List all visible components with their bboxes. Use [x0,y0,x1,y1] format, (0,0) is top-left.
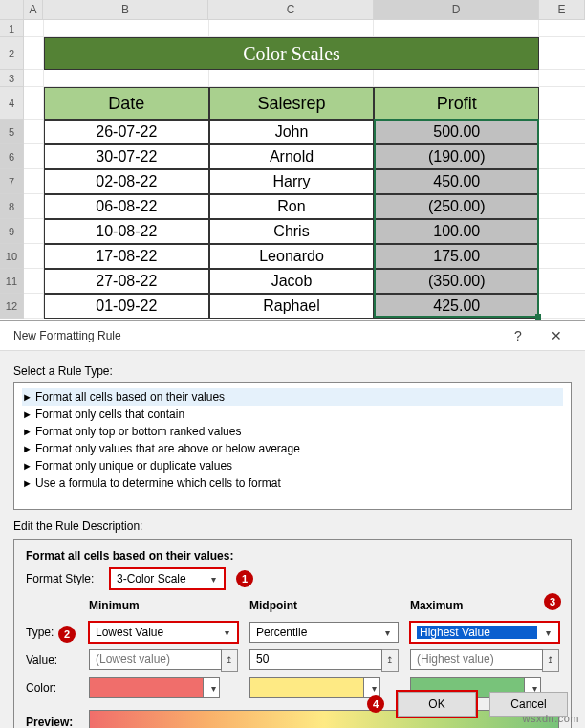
row-2: 2 Color Scales [0,37,585,70]
select-rule-type-label: Select a Rule Type: [13,364,572,378]
cell-date[interactable]: 26-07-22 [44,120,209,144]
cell-date[interactable]: 02-08-22 [44,169,209,194]
cell-rep[interactable]: Arnold [209,144,375,169]
row-10: 10 17-08-22 Leonardo 175.00 [0,244,585,269]
cell-profit[interactable]: (350.00) [374,269,539,294]
cell-profit[interactable]: (250.00) [374,194,539,219]
annotation-2: 2 [58,626,76,643]
cell-profit[interactable]: 500.00 [374,120,539,144]
cell-profit[interactable]: (190.00) [374,144,539,169]
col-header-E[interactable]: E [539,0,585,19]
cell-rep[interactable]: John [209,120,375,144]
range-picker-icon[interactable]: ↥ [542,649,559,672]
row-4: 4 Date Salesrep Profit [0,87,585,120]
row-5: 5 26-07-22 John 500.00 [0,120,585,144]
midpoint-header: Midpoint [249,599,399,612]
max-type-combo[interactable]: Highest Value▾ [410,622,559,643]
annotation-1: 1 [236,570,253,587]
cell-rep[interactable]: Chris [209,219,375,244]
dialog-body: Select a Rule Type: ►Format all cells ba… [0,351,585,728]
cell-profit[interactable]: 175.00 [374,244,539,269]
preview-label: Preview: [26,716,89,728]
row-header-4[interactable]: 4 [0,87,24,120]
cell-rep[interactable]: Ron [209,194,375,219]
min-color-swatch[interactable] [89,677,204,698]
row-9: 9 10-08-22 Chris 100.00 [0,219,585,244]
cell-profit[interactable]: 425.00 [374,294,539,319]
row-header-5[interactable]: 5 [0,120,24,144]
chevron-down-icon: ▾ [380,628,394,638]
format-style-combo[interactable]: 3-Color Scale ▾ [110,568,225,589]
rule-type-item[interactable]: ►Format only cells that contain [22,406,563,423]
min-color-combo[interactable]: ▾ [203,677,220,698]
cell-date[interactable]: 27-08-22 [44,269,209,294]
cell-date[interactable]: 10-08-22 [44,219,209,244]
range-picker-icon[interactable]: ↥ [381,649,399,672]
mid-value-input[interactable]: 50 [249,649,382,670]
row-7: 7 02-08-22 Harry 450.00 [0,169,585,194]
column-header-row: A B C D E [0,0,585,20]
rule-type-item[interactable]: ►Format all cells based on their values [22,388,563,406]
cell-rep[interactable]: Harry [209,169,375,194]
row-header-3[interactable]: 3 [0,70,24,87]
rule-type-item[interactable]: ►Use a formula to determine which cells … [22,474,563,492]
rule-type-list[interactable]: ►Format all cells based on their values … [13,382,572,510]
range-picker-icon[interactable]: ↥ [221,649,238,672]
mid-color-swatch[interactable] [249,677,364,698]
ok-button[interactable]: OK [398,692,476,717]
color-label: Color: [26,681,79,695]
row-header-9[interactable]: 9 [0,219,24,244]
row-1: 1 [0,20,585,37]
value-label: Value: [26,653,79,667]
row-11: 11 27-08-22 Jacob (350.00) [0,269,585,294]
annotation-4: 4 [367,695,384,713]
chevron-down-icon: ▾ [541,628,554,638]
format-style-label: Format Style: [26,572,102,585]
header-date[interactable]: Date [44,87,209,120]
min-type-combo[interactable]: Lowest Value▾ [89,622,238,643]
cell-date[interactable]: 01-09-22 [44,294,209,319]
header-rep[interactable]: Salesrep [209,87,375,120]
row-header-7[interactable]: 7 [0,169,24,194]
dialog-title: New Formatting Rule [13,329,499,342]
row-header-6[interactable]: 6 [0,144,24,169]
col-header-D[interactable]: D [374,0,539,19]
cell-rep[interactable]: Leonardo [209,244,375,269]
cell-rep[interactable]: Jacob [209,269,375,294]
watermark: wsxdn.com [522,713,579,724]
col-header-B[interactable]: B [43,0,208,19]
dialog-title-bar[interactable]: New Formatting Rule ? ✕ [0,321,585,351]
col-header-C[interactable]: C [208,0,374,19]
min-value-input[interactable]: (Lowest value) [89,649,222,670]
mid-type-combo[interactable]: Percentile▾ [249,622,399,643]
row-header-8[interactable]: 8 [0,194,24,219]
cell-date[interactable]: 30-07-22 [44,144,209,169]
chevron-down-icon: ▾ [207,683,219,694]
row-header-1[interactable]: 1 [0,20,24,37]
cell-profit[interactable]: 450.00 [374,169,539,194]
chevron-down-icon: ▾ [206,574,220,585]
help-icon[interactable]: ? [499,322,537,349]
row-header-11[interactable]: 11 [0,269,24,294]
cell-profit[interactable]: 100.00 [374,219,539,244]
rule-type-item[interactable]: ►Format only top or bottom ranked values [22,423,563,440]
title-cell[interactable]: Color Scales [44,37,539,70]
header-profit[interactable]: Profit [374,87,539,120]
row-6: 6 30-07-22 Arnold (190.00) [0,144,585,169]
cell-date[interactable]: 17-08-22 [44,244,209,269]
max-value-input[interactable]: (Highest value) [410,649,543,670]
rule-type-item[interactable]: ►Format only unique or duplicate values [22,457,563,474]
row-header-2[interactable]: 2 [0,37,24,70]
row-header-10[interactable]: 10 [0,244,24,269]
cell-date[interactable]: 06-08-22 [44,194,209,219]
col-header-A[interactable]: A [24,0,43,19]
cell-rep[interactable]: Raphael [209,294,375,319]
close-icon[interactable]: ✕ [537,322,575,349]
minimum-header: Minimum [89,599,238,612]
format-all-cells-label: Format all cells based on their values: [26,549,559,563]
select-all-corner[interactable] [0,0,24,19]
chevron-down-icon: ▾ [220,628,233,638]
rule-type-item[interactable]: ►Format only values that are above or be… [22,440,563,457]
row-8: 8 06-08-22 Ron (250.00) [0,194,585,219]
row-header-12[interactable]: 12 [0,294,24,319]
